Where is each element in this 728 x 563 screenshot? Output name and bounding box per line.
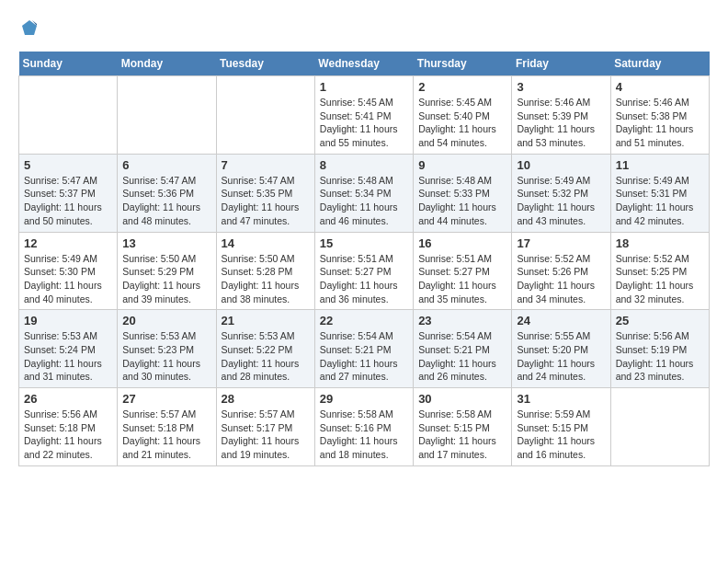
day-info: Sunrise: 5:50 AMSunset: 5:29 PMDaylight:… (122, 252, 210, 306)
day-number: 1 (320, 80, 408, 94)
day-number: 6 (122, 158, 210, 172)
day-number: 7 (222, 158, 310, 172)
calendar-cell: 8Sunrise: 5:48 AMSunset: 5:34 PMDaylight… (314, 154, 413, 232)
calendar-cell: 21Sunrise: 5:53 AMSunset: 5:22 PMDayligh… (216, 310, 314, 388)
day-number: 18 (616, 236, 704, 250)
day-info: Sunrise: 5:51 AMSunset: 5:27 PMDaylight:… (320, 252, 408, 306)
calendar-cell: 1Sunrise: 5:45 AMSunset: 5:41 PMDaylight… (314, 76, 413, 155)
header-day-monday: Monday (118, 52, 216, 76)
calendar-cell: 4Sunrise: 5:46 AMSunset: 5:38 PMDaylight… (610, 76, 709, 155)
calendar-cell: 13Sunrise: 5:50 AMSunset: 5:29 PMDayligh… (118, 232, 216, 310)
day-info: Sunrise: 5:58 AMSunset: 5:16 PMDaylight:… (320, 408, 408, 462)
day-info: Sunrise: 5:53 AMSunset: 5:24 PMDaylight:… (24, 329, 112, 384)
day-info: Sunrise: 5:57 AMSunset: 5:18 PMDaylight:… (122, 408, 210, 462)
day-number: 21 (222, 314, 310, 327)
calendar-cell: 18Sunrise: 5:52 AMSunset: 5:25 PMDayligh… (610, 232, 709, 310)
calendar-cell: 3Sunrise: 5:46 AMSunset: 5:39 PMDaylight… (512, 76, 610, 155)
day-info: Sunrise: 5:52 AMSunset: 5:26 PMDaylight:… (517, 252, 605, 306)
calendar-cell: 7Sunrise: 5:47 AMSunset: 5:35 PMDaylight… (216, 154, 314, 232)
day-info: Sunrise: 5:53 AMSunset: 5:23 PMDaylight:… (122, 329, 210, 384)
calendar-cell: 30Sunrise: 5:58 AMSunset: 5:15 PMDayligh… (414, 388, 512, 466)
calendar-cell (19, 76, 118, 155)
day-info: Sunrise: 5:46 AMSunset: 5:39 PMDaylight:… (517, 96, 605, 150)
calendar-cell: 14Sunrise: 5:50 AMSunset: 5:28 PMDayligh… (216, 232, 314, 310)
header-day-wednesday: Wednesday (314, 52, 413, 76)
day-info: Sunrise: 5:49 AMSunset: 5:32 PMDaylight:… (517, 174, 605, 228)
day-number: 26 (24, 392, 112, 406)
day-number: 30 (418, 392, 506, 406)
day-number: 8 (320, 158, 408, 172)
day-number: 11 (616, 158, 704, 172)
page-header (18, 18, 710, 37)
header-row: SundayMondayTuesdayWednesdayThursdayFrid… (19, 52, 710, 76)
day-number: 20 (122, 314, 210, 327)
week-row-4: 19Sunrise: 5:53 AMSunset: 5:24 PMDayligh… (19, 310, 710, 388)
calendar-cell: 19Sunrise: 5:53 AMSunset: 5:24 PMDayligh… (19, 310, 118, 388)
day-number: 13 (122, 236, 210, 250)
day-info: Sunrise: 5:45 AMSunset: 5:41 PMDaylight:… (320, 96, 408, 150)
calendar-cell (216, 76, 314, 155)
calendar-cell: 2Sunrise: 5:45 AMSunset: 5:40 PMDaylight… (414, 76, 512, 155)
day-info: Sunrise: 5:54 AMSunset: 5:21 PMDaylight:… (418, 329, 506, 384)
day-info: Sunrise: 5:48 AMSunset: 5:33 PMDaylight:… (418, 174, 506, 228)
day-info: Sunrise: 5:55 AMSunset: 5:20 PMDaylight:… (517, 329, 605, 384)
day-number: 10 (517, 158, 605, 172)
day-info: Sunrise: 5:57 AMSunset: 5:17 PMDaylight:… (222, 408, 310, 462)
day-number: 31 (517, 392, 605, 406)
calendar-cell: 11Sunrise: 5:49 AMSunset: 5:31 PMDayligh… (610, 154, 709, 232)
day-info: Sunrise: 5:49 AMSunset: 5:31 PMDaylight:… (616, 174, 704, 228)
calendar-cell: 26Sunrise: 5:56 AMSunset: 5:18 PMDayligh… (19, 388, 118, 466)
day-info: Sunrise: 5:50 AMSunset: 5:28 PMDaylight:… (222, 252, 310, 306)
day-number: 29 (320, 392, 408, 406)
day-info: Sunrise: 5:46 AMSunset: 5:38 PMDaylight:… (616, 96, 704, 150)
calendar-cell: 9Sunrise: 5:48 AMSunset: 5:33 PMDaylight… (414, 154, 512, 232)
day-info: Sunrise: 5:51 AMSunset: 5:27 PMDaylight:… (418, 252, 506, 306)
week-row-2: 5Sunrise: 5:47 AMSunset: 5:37 PMDaylight… (19, 154, 710, 232)
day-number: 5 (24, 158, 112, 172)
day-info: Sunrise: 5:48 AMSunset: 5:34 PMDaylight:… (320, 174, 408, 228)
day-number: 3 (517, 80, 605, 94)
calendar-cell: 28Sunrise: 5:57 AMSunset: 5:17 PMDayligh… (216, 388, 314, 466)
day-number: 16 (418, 236, 506, 250)
day-info: Sunrise: 5:47 AMSunset: 5:35 PMDaylight:… (222, 174, 310, 228)
calendar-cell: 24Sunrise: 5:55 AMSunset: 5:20 PMDayligh… (512, 310, 610, 388)
day-number: 9 (418, 158, 506, 172)
day-info: Sunrise: 5:45 AMSunset: 5:40 PMDaylight:… (418, 96, 506, 150)
day-info: Sunrise: 5:47 AMSunset: 5:36 PMDaylight:… (122, 174, 210, 228)
calendar-cell: 6Sunrise: 5:47 AMSunset: 5:36 PMDaylight… (118, 154, 216, 232)
day-number: 25 (616, 314, 704, 327)
day-number: 12 (24, 236, 112, 250)
calendar-cell: 17Sunrise: 5:52 AMSunset: 5:26 PMDayligh… (512, 232, 610, 310)
week-row-5: 26Sunrise: 5:56 AMSunset: 5:18 PMDayligh… (19, 388, 710, 466)
calendar-cell: 5Sunrise: 5:47 AMSunset: 5:37 PMDaylight… (19, 154, 118, 232)
header-day-sunday: Sunday (19, 52, 118, 76)
day-info: Sunrise: 5:49 AMSunset: 5:30 PMDaylight:… (24, 252, 112, 306)
calendar-table: SundayMondayTuesdayWednesdayThursdayFrid… (18, 52, 710, 466)
calendar-cell: 15Sunrise: 5:51 AMSunset: 5:27 PMDayligh… (314, 232, 413, 310)
calendar-cell: 31Sunrise: 5:59 AMSunset: 5:15 PMDayligh… (512, 388, 610, 466)
calendar-cell: 22Sunrise: 5:54 AMSunset: 5:21 PMDayligh… (314, 310, 413, 388)
day-number: 24 (517, 314, 605, 327)
calendar-cell: 27Sunrise: 5:57 AMSunset: 5:18 PMDayligh… (118, 388, 216, 466)
day-info: Sunrise: 5:56 AMSunset: 5:18 PMDaylight:… (24, 408, 112, 462)
week-row-3: 12Sunrise: 5:49 AMSunset: 5:30 PMDayligh… (19, 232, 710, 310)
day-info: Sunrise: 5:54 AMSunset: 5:21 PMDaylight:… (320, 329, 408, 384)
calendar-cell (118, 76, 216, 155)
calendar-cell: 12Sunrise: 5:49 AMSunset: 5:30 PMDayligh… (19, 232, 118, 310)
day-number: 22 (320, 314, 408, 327)
calendar-cell: 23Sunrise: 5:54 AMSunset: 5:21 PMDayligh… (414, 310, 512, 388)
day-number: 19 (24, 314, 112, 327)
day-number: 14 (222, 236, 310, 250)
day-info: Sunrise: 5:58 AMSunset: 5:15 PMDaylight:… (418, 408, 506, 462)
header-day-saturday: Saturday (610, 52, 709, 76)
calendar-cell: 10Sunrise: 5:49 AMSunset: 5:32 PMDayligh… (512, 154, 610, 232)
day-info: Sunrise: 5:52 AMSunset: 5:25 PMDaylight:… (616, 252, 704, 306)
calendar-cell (610, 388, 709, 466)
header-day-tuesday: Tuesday (216, 52, 314, 76)
logo-icon (20, 18, 39, 37)
day-number: 28 (222, 392, 310, 406)
day-info: Sunrise: 5:59 AMSunset: 5:15 PMDaylight:… (517, 408, 605, 462)
calendar-cell: 25Sunrise: 5:56 AMSunset: 5:19 PMDayligh… (610, 310, 709, 388)
header-day-friday: Friday (512, 52, 610, 76)
day-number: 23 (418, 314, 506, 327)
